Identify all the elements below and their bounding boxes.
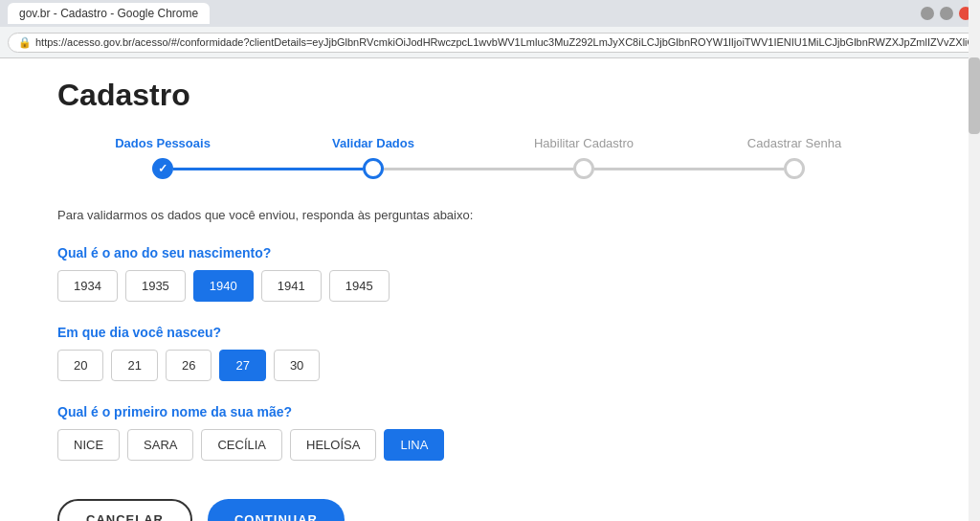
option-1934[interactable]: 1934 — [57, 270, 118, 302]
instruction-text: Para validarmos os dados que você enviou… — [57, 208, 900, 222]
step1-right-line — [173, 168, 268, 170]
cancel-button[interactable]: CANCELAR — [57, 499, 192, 521]
step4-left-line — [689, 168, 784, 170]
step3-line-row — [479, 158, 689, 179]
option-nice[interactable]: NICE — [57, 429, 120, 461]
minimize-icon[interactable] — [921, 7, 934, 20]
birth-day-options: 20 21 26 27 30 — [57, 350, 900, 381]
option-1935[interactable]: 1935 — [125, 270, 186, 302]
url-text: https://acesso.gov.br/acesso/#/conformid… — [35, 36, 980, 48]
step-label-dados-pessoais: Dados Pessoais — [115, 136, 211, 150]
step3-left-line — [479, 168, 573, 170]
step-validar-dados: Validar Dados — [268, 136, 479, 179]
step-label-validar-dados: Validar Dados — [332, 136, 414, 150]
question-birth-day: Em que dia você nasceu? 20 21 26 27 30 — [57, 325, 900, 381]
step1-dot: ✓ — [152, 158, 173, 179]
browser-titlebar: gov.br - Cadastro - Google Chrome — [0, 0, 980, 27]
step4-line-row — [689, 158, 900, 179]
question-birth-year: Qual é o ano do seu nascimento? 1934 193… — [57, 245, 900, 302]
question-mother-name-label: Qual é o primeiro nome da sua mãe? — [57, 404, 900, 419]
browser-tab[interactable]: gov.br - Cadastro - Google Chrome — [8, 3, 210, 24]
step-label-cadastrar-senha: Cadastrar Senha — [747, 136, 841, 150]
option-1945[interactable]: 1945 — [329, 270, 390, 302]
option-cecilia[interactable]: CECÍLIA — [201, 429, 282, 461]
step2-line-row — [268, 158, 479, 179]
mother-name-options: NICE SARA CECÍLIA HELOÍSA LINA — [57, 429, 900, 461]
lock-icon: 🔒 — [18, 36, 32, 49]
step1-left-line — [57, 168, 152, 170]
step3-right-line — [594, 168, 689, 170]
option-1941[interactable]: 1941 — [261, 270, 322, 302]
step-habilitar-cadastro: Habilitar Cadastro — [479, 136, 689, 179]
question-birth-year-label: Qual é o ano do seu nascimento? — [57, 245, 900, 260]
window-controls — [921, 7, 972, 20]
step3-dot — [573, 158, 594, 179]
maximize-icon[interactable] — [940, 7, 953, 20]
option-1940[interactable]: 1940 — [193, 270, 254, 302]
step4-dot — [784, 158, 805, 179]
address-bar: 🔒 https://acesso.gov.br/acesso/#/conform… — [0, 27, 980, 57]
checkmark-icon: ✓ — [158, 162, 167, 175]
question-mother-name: Qual é o primeiro nome da sua mãe? NICE … — [57, 404, 900, 461]
step-cadastrar-senha: Cadastrar Senha — [689, 136, 900, 179]
step-dados-pessoais: Dados Pessoais ✓ — [57, 136, 268, 179]
step1-line-row: ✓ — [57, 158, 268, 179]
page-title: Cadastro — [57, 78, 900, 113]
option-30[interactable]: 30 — [274, 350, 320, 381]
actions-row: CANCELAR CONTINUAR — [57, 499, 900, 521]
option-26[interactable]: 26 — [166, 350, 212, 381]
option-heloisa[interactable]: HELOÍSA — [290, 429, 376, 461]
scrollbar[interactable] — [969, 0, 980, 521]
continue-button[interactable]: CONTINUAR — [208, 499, 345, 521]
browser-chrome: gov.br - Cadastro - Google Chrome 🔒 http… — [0, 0, 980, 58]
option-sara[interactable]: SARA — [127, 429, 193, 461]
birth-year-options: 1934 1935 1940 1941 1945 — [57, 270, 900, 302]
step4-right-line — [805, 168, 900, 170]
step-label-habilitar-cadastro: Habilitar Cadastro — [534, 136, 634, 150]
option-20[interactable]: 20 — [57, 350, 103, 381]
option-21[interactable]: 21 — [111, 350, 157, 381]
progress-stepper: Dados Pessoais ✓ Validar Dados Habilitar… — [57, 136, 900, 179]
question-birth-day-label: Em que dia você nasceu? — [57, 325, 900, 340]
scrollbar-thumb[interactable] — [969, 57, 980, 134]
page-content: Cadastro Dados Pessoais ✓ Validar Dados — [0, 58, 957, 521]
step2-left-line — [268, 168, 363, 170]
url-field[interactable]: 🔒 https://acesso.gov.br/acesso/#/conform… — [8, 33, 980, 53]
option-lina[interactable]: LINA — [384, 429, 444, 461]
step2-right-line — [384, 168, 479, 170]
option-27[interactable]: 27 — [219, 350, 265, 381]
step2-dot — [363, 158, 384, 179]
